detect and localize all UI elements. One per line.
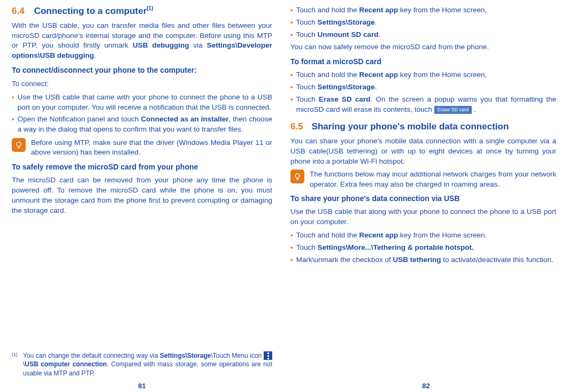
bullet-item: • Touch and hold the Recent app key from… (290, 5, 556, 16)
bullet-item: • Touch Unmount SD card. (290, 30, 556, 40)
bullet-item: • Touch and hold the Recent app key from… (290, 230, 556, 241)
bullet-dot-icon: • (290, 5, 293, 16)
bullet-item: • Touch Settings\Storage. (290, 18, 556, 28)
bullet-dot-icon: • (290, 70, 293, 80)
section-number: 6.4 (12, 6, 25, 17)
lightbulb-icon (290, 170, 304, 183)
page-number: 82 (422, 382, 429, 390)
bullet-item: • Open the Notification panel and touch … (12, 114, 272, 135)
tip-callout: The functions below may incur additional… (290, 170, 556, 189)
bullet-item: • Touch Settings\Storage. (290, 82, 556, 93)
tip-callout: Before using MTP, make sure that the dri… (12, 138, 272, 157)
to-connect-label: To connect: (12, 79, 272, 89)
svg-point-1 (295, 174, 300, 178)
bullet-item: • Touch and hold the Recent app key from… (290, 70, 556, 80)
footnote-marker: (1) (12, 351, 18, 378)
footnote: (1) You can change the default connectin… (12, 347, 272, 378)
page-number: 81 (138, 382, 145, 390)
lightbulb-icon (12, 138, 26, 152)
section-heading-6-5: 6.5 Sharing your phone's mobile data con… (290, 121, 556, 132)
bullet-dot-icon: • (290, 18, 293, 28)
page-left: 6.4 Connecting to a computer(1) With the… (0, 0, 284, 392)
bullet-dot-icon: • (290, 243, 293, 253)
bullet-dot-icon: • (290, 95, 293, 115)
bullet-item: • Touch Settings\More...\Tethering & por… (290, 243, 556, 253)
section-title: Connecting to a computer(1) (34, 5, 153, 17)
bullet-item: • Touch Erase SD card. On the screen a p… (290, 95, 556, 115)
page-right: • Touch and hold the Recent app key from… (284, 0, 568, 392)
bullet-dot-icon: • (290, 230, 293, 241)
subheading-safely-remove: To safely remove the microSD card from y… (12, 162, 272, 173)
bullet-dot-icon: • (290, 30, 293, 40)
bullet-dot-icon: • (12, 93, 14, 113)
intro-paragraph: With the USB cable, you can transfer med… (12, 21, 272, 62)
section-number: 6.5 (290, 121, 303, 132)
section-title: Sharing your phone's mobile data connect… (312, 121, 509, 132)
safely-remove-paragraph: The microSD card can be removed from you… (12, 175, 272, 216)
safely-remove-note: You can now safely remove the microSD ca… (290, 42, 556, 52)
section-heading-6-4: 6.4 Connecting to a computer(1) (12, 5, 272, 17)
bullet-dot-icon: • (290, 82, 293, 93)
menu-icon (264, 351, 272, 360)
share-usb-paragraph: Use the USB cable that along with your p… (290, 207, 556, 227)
bullet-dot-icon: • (290, 255, 293, 265)
subheading-share-usb: To share your phone's data connection vi… (290, 194, 556, 204)
share-intro-paragraph: You can share your phone's mobile data c… (290, 136, 556, 167)
erase-sd-button[interactable]: Erase SD card (434, 106, 472, 114)
bullet-item: • Mark\unmark the checkbox of USB tether… (290, 255, 556, 265)
subheading-format-sd: To format a microSD card (290, 57, 556, 67)
bullet-item: • Use the USB cable that came with your … (12, 93, 272, 113)
bullet-dot-icon: • (12, 114, 14, 135)
subheading-connect: To connect/disconnect your phone to the … (12, 65, 272, 76)
footnote-ref: (1) (147, 5, 153, 11)
svg-point-0 (17, 142, 21, 147)
